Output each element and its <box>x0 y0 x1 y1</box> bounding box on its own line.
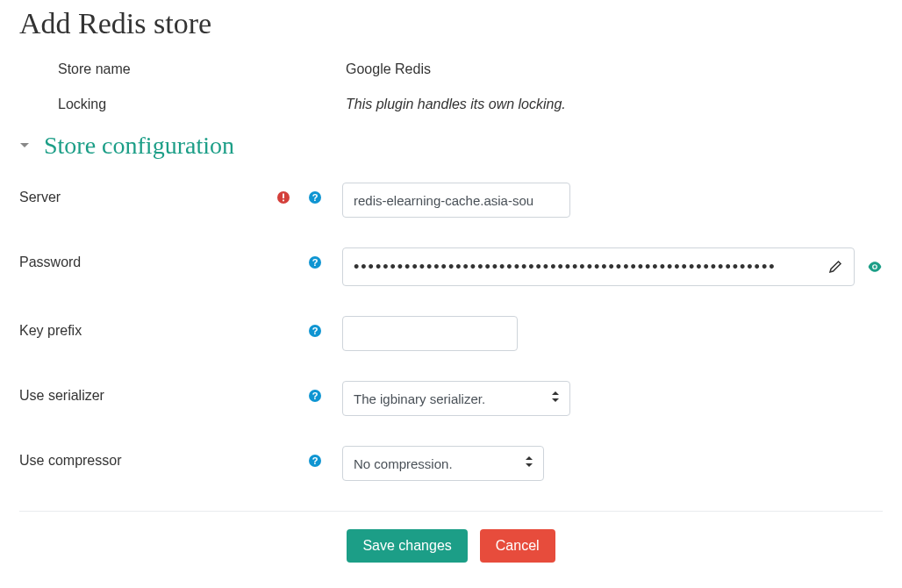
svg-text:?: ? <box>312 391 319 401</box>
help-icon[interactable]: ? <box>307 255 323 270</box>
svg-text:?: ? <box>312 455 319 466</box>
server-input[interactable] <box>342 183 570 218</box>
password-input-wrapper[interactable]: ••••••••••••••••••••••••••••••••••••••••… <box>342 247 855 286</box>
password-row: Password ? •••••••••••••••••••••••••••••… <box>19 247 883 286</box>
locking-value: This plugin handles its own locking. <box>318 97 566 112</box>
save-button[interactable]: Save changes <box>347 529 467 563</box>
password-mask: ••••••••••••••••••••••••••••••••••••••••… <box>354 258 827 276</box>
page-title: Add Redis store <box>19 7 883 40</box>
divider <box>19 511 883 512</box>
button-row: Save changes Cancel <box>19 529 883 580</box>
cancel-button[interactable]: Cancel <box>480 529 555 563</box>
compressor-row: Use compressor ? No compression. <box>19 446 883 481</box>
server-row: Server ? <box>19 183 883 218</box>
serializer-label: Use serializer <box>19 388 104 404</box>
svg-text:?: ? <box>312 257 319 268</box>
svg-rect-2 <box>283 200 284 202</box>
required-icon <box>276 190 291 205</box>
compressor-label: Use compressor <box>19 453 121 469</box>
chevron-down-icon <box>19 138 35 154</box>
pencil-icon[interactable] <box>827 259 843 275</box>
key-prefix-input[interactable] <box>342 316 518 351</box>
store-name-value: Google Redis <box>318 61 431 77</box>
store-name-label: Store name <box>19 61 318 77</box>
eye-icon[interactable] <box>867 259 883 275</box>
locking-label: Locking <box>19 97 318 112</box>
locking-row: Locking This plugin handles its own lock… <box>19 97 883 112</box>
help-icon[interactable]: ? <box>307 190 323 205</box>
section-toggle[interactable]: Store configuration <box>19 132 883 160</box>
key-prefix-label: Key prefix <box>19 323 82 339</box>
help-icon[interactable]: ? <box>307 388 323 404</box>
svg-point-8 <box>873 265 876 268</box>
store-name-row: Store name Google Redis <box>19 61 883 77</box>
section-title: Store configuration <box>44 132 234 160</box>
help-icon[interactable]: ? <box>307 453 323 469</box>
svg-text:?: ? <box>312 326 319 336</box>
password-label: Password <box>19 255 81 270</box>
help-icon[interactable]: ? <box>307 323 323 339</box>
key-prefix-row: Key prefix ? <box>19 316 883 351</box>
serializer-select[interactable]: The igbinary serializer. <box>342 381 570 416</box>
compressor-select[interactable]: No compression. <box>342 446 544 481</box>
svg-rect-1 <box>283 194 284 199</box>
serializer-row: Use serializer ? The igbinary serializer… <box>19 381 883 416</box>
server-label: Server <box>19 190 61 205</box>
svg-text:?: ? <box>312 192 319 203</box>
